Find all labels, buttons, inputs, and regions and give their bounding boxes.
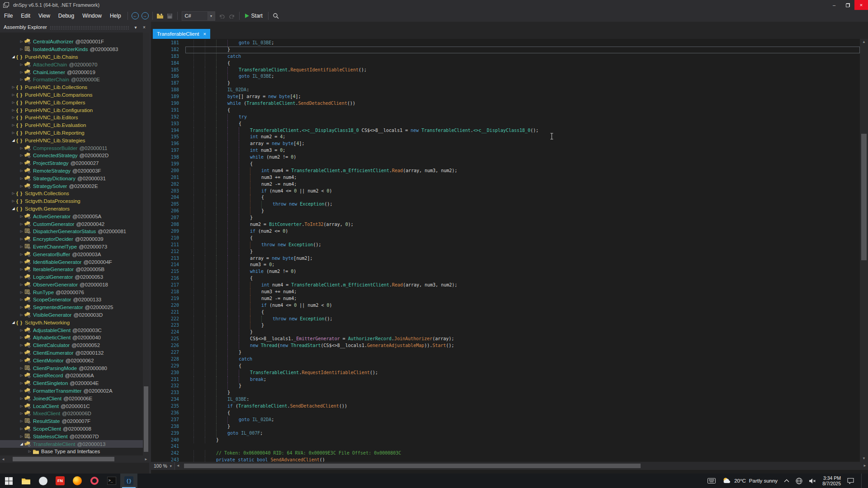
navigate-back-button[interactable]: ←	[130, 11, 140, 21]
code-line[interactable]: 237goto IL_02DA;	[151, 417, 860, 423]
code-line[interactable]: 181goto IL_03BE;	[151, 40, 860, 47]
code-line[interactable]: 230TransferableClient.RequestIdentifiabl…	[151, 370, 860, 376]
code-line[interactable]: 190while (TransferableClient.SendDetache…	[151, 100, 860, 107]
editor-horizontal-scrollbar[interactable]: ◄ ►	[175, 462, 868, 470]
tree-item[interactable]: ▷ClientSingleton@0200004E	[0, 380, 143, 387]
tree-item[interactable]: ◢{ }PureHVNC_Lib.Strategies	[0, 136, 143, 144]
tree-expander[interactable]: ▷	[19, 389, 24, 393]
taskbar-terminal-button[interactable]: >_	[103, 474, 120, 488]
tree-item[interactable]: ◢{ }PureHVNC_Lib.Chains	[0, 53, 143, 61]
code-line[interactable]: 236{	[151, 410, 860, 417]
code-line[interactable]: 185TransferableClient.RequestIdentifiabl…	[151, 67, 860, 74]
tree-item[interactable]: ▷StrategyDictionary@02000031	[0, 174, 143, 182]
tree-expander[interactable]: ▷	[19, 328, 24, 332]
tree-item[interactable]: ▷ConnectedStrategy@0200002D	[0, 152, 143, 160]
tree-expander[interactable]: ▷	[19, 313, 24, 317]
code-line[interactable]: 206}	[151, 208, 860, 215]
tree-item[interactable]: ◢TransferableClient@02000013	[0, 440, 143, 448]
code-line[interactable]: 196array = new byte[4];	[151, 141, 860, 147]
taskbar-browser-button[interactable]	[86, 474, 103, 488]
tree-item[interactable]: ▷DispatcherGeneratorStatus@02000081	[0, 228, 143, 235]
code-line[interactable]: 214num3 = 0;	[151, 262, 860, 268]
taskbar-clock[interactable]: 3:34 PM 8/7/2025	[822, 475, 841, 486]
tree-expander[interactable]: ▷	[19, 146, 24, 150]
redo-button[interactable]	[227, 11, 237, 21]
code-line[interactable]: 219num2 -= num4;	[151, 296, 860, 302]
code-line[interactable]: 201num3 += num4;	[151, 174, 860, 181]
code-line[interactable]: 228catch	[151, 356, 860, 363]
tree-item[interactable]: ▷AttachedChain@02000070	[0, 61, 143, 68]
code-line[interactable]: 231break;	[151, 376, 860, 383]
tree-expander[interactable]: ▷	[19, 435, 24, 438]
code-line[interactable]: 202num2 -= num4;	[151, 181, 860, 188]
code-line[interactable]: 193{	[151, 121, 860, 127]
code-line[interactable]: 210{	[151, 235, 860, 242]
code-line[interactable]: 220if (num4 <= 0 || num2 < 0)	[151, 302, 860, 309]
tree-expander[interactable]: ▷	[19, 305, 24, 309]
code-line[interactable]: 199{	[151, 161, 860, 168]
tree-expander[interactable]: ▷	[11, 192, 16, 195]
tree-item[interactable]: ▷CustomGenerator@02000042	[0, 220, 143, 228]
tree-expander[interactable]: ▷	[11, 123, 16, 127]
code-line[interactable]: 225CS$<>8__locals1._EmitterGenerator = A…	[151, 336, 860, 343]
code-line[interactable]: 207}	[151, 215, 860, 221]
code-line[interactable]: 211throw new Exception();	[151, 242, 860, 249]
tree-expander[interactable]: ◢	[11, 138, 16, 142]
code-line[interactable]: 226new Thread(new ThreadStart(CS$<>8__lo…	[151, 343, 860, 349]
tree-item[interactable]: ▷MixedClient@0200006D	[0, 410, 143, 418]
tree-expander[interactable]: ▷	[11, 85, 16, 89]
tree-expander[interactable]: ◢	[11, 55, 16, 59]
taskbar-dnspy-button[interactable]: {}	[120, 474, 137, 488]
code-line[interactable]: 216{	[151, 275, 860, 282]
tree-expander[interactable]: ▷	[11, 116, 16, 119]
code-view[interactable]: 181goto IL_03BE;182}183catch184{185Trans…	[151, 39, 860, 463]
tree-expander[interactable]: ▷	[11, 108, 16, 112]
tree-expander[interactable]: ▷	[19, 419, 24, 423]
scroll-left-icon[interactable]: ◄	[175, 462, 181, 470]
menu-item-edit[interactable]: Edit	[17, 13, 34, 19]
tree-expander[interactable]: ▷	[19, 336, 24, 339]
menu-item-window[interactable]: Window	[78, 13, 106, 19]
close-button[interactable]: ×	[854, 0, 868, 10]
tree-item[interactable]: ▷ChainListener@02000019	[0, 68, 143, 76]
tree-expander[interactable]: ▷	[19, 343, 24, 347]
scrollbar-thumb[interactable]	[13, 457, 114, 461]
tree-expander[interactable]: ▷	[19, 215, 24, 218]
tree-expander[interactable]: ▷	[19, 169, 24, 173]
taskbar-app-button[interactable]	[34, 474, 52, 488]
code-line[interactable]: 212}	[151, 249, 860, 255]
scrollbar-thumb[interactable]	[144, 386, 148, 452]
tree-item[interactable]: ▷{ }PureHVNC_Lib.Evaluation	[0, 122, 143, 129]
taskbar-file-explorer-button[interactable]	[17, 474, 34, 488]
editor-vertical-scrollbar[interactable]: ▲ ▼	[860, 39, 868, 462]
tree-expander[interactable]: ▷	[11, 199, 16, 203]
tree-expander[interactable]: ▷	[11, 131, 16, 135]
tree-expander[interactable]: ▷	[11, 101, 16, 104]
tree-item[interactable]: ▷LogicalGenerator@02000053	[0, 273, 143, 281]
tree-item[interactable]: ▷Base Type and Interfaces	[0, 448, 143, 455]
undo-button[interactable]	[217, 11, 227, 21]
scroll-left-icon[interactable]: ◄	[0, 457, 6, 461]
code-line[interactable]: 241	[151, 443, 860, 450]
tree-item[interactable]: ◢{ }Sctgvth.Generators	[0, 205, 143, 213]
tree-expander[interactable]: ▷	[19, 40, 24, 43]
tree-expander[interactable]: ▷	[19, 351, 24, 355]
tree-item[interactable]: ▷CentralAuthorizer@0200001F	[0, 38, 143, 46]
show-desktop-button[interactable]	[861, 474, 863, 488]
code-line[interactable]: 222throw new Exception();	[151, 316, 860, 323]
code-line[interactable]: 197int num3 = 0;	[151, 147, 860, 154]
tree-expander[interactable]: ◢	[11, 320, 16, 324]
tree-item[interactable]: ▷SegmentedGenerator@02000025	[0, 304, 143, 311]
code-line[interactable]: 195int num2 = 4;	[151, 134, 860, 141]
start-debug-button[interactable]: Start	[242, 11, 266, 21]
code-line[interactable]: 227}	[151, 349, 860, 356]
tree-item[interactable]: ▷FormatterChain@0200000E	[0, 76, 143, 84]
tree-item[interactable]: ▷ClientEnumerator@02000132	[0, 349, 143, 357]
volume-muted-icon[interactable]	[809, 478, 816, 484]
code-line[interactable]: 186goto IL_03BE;	[151, 73, 860, 80]
tree-expander[interactable]: ▷	[19, 260, 24, 264]
language-select[interactable]: C# ▾	[182, 11, 215, 21]
tree-item[interactable]: ▷{ }Sctgvth.Collections	[0, 190, 143, 197]
panel-close-icon[interactable]: ×	[141, 25, 148, 30]
tree-item[interactable]: ▷ProjectStrategy@02000027	[0, 160, 143, 167]
